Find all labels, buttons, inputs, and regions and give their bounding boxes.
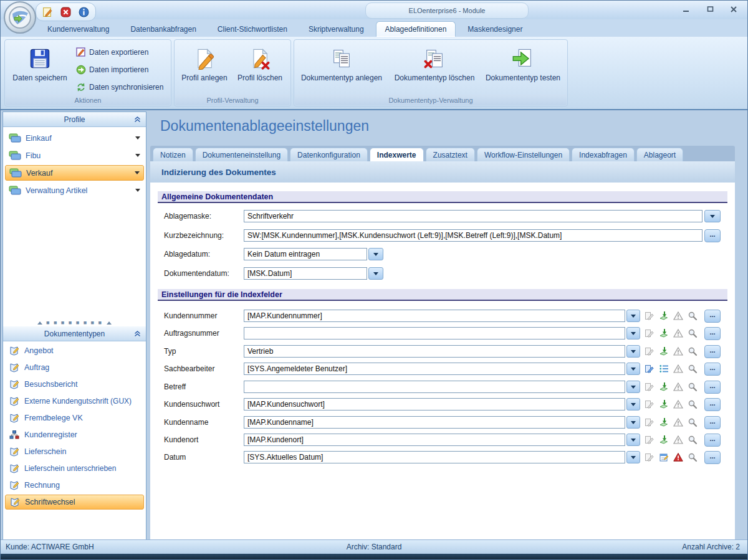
ribbon-tab-skriptverwaltung[interactable]: Skriptverwaltung bbox=[299, 21, 373, 37]
ablagedatum-input[interactable] bbox=[244, 248, 367, 260]
index-field-input-betreff[interactable] bbox=[244, 381, 625, 393]
index-more-button[interactable]: ... bbox=[704, 434, 721, 447]
tab-indexabfragen[interactable]: Indexabfragen bbox=[572, 148, 635, 161]
index-dropdown-button[interactable] bbox=[626, 327, 640, 339]
profil-loeschen-button[interactable]: Profil löschen bbox=[233, 42, 287, 83]
sidebar-item-verwaltung-artikel[interactable]: Verwaltung Artikel bbox=[5, 183, 144, 198]
apply-value-icon[interactable] bbox=[658, 381, 669, 392]
dokumentendatum-input[interactable] bbox=[244, 267, 367, 280]
index-more-button[interactable]: ... bbox=[704, 398, 721, 411]
tab-datenkonfiguration[interactable]: Datenkonfiguration bbox=[290, 148, 368, 161]
apply-value-icon[interactable] bbox=[658, 399, 669, 410]
sidebar-item-verkauf[interactable]: Verkauf bbox=[5, 165, 144, 181]
ribbon-tab-client-stichwortlisten[interactable]: Client-Stichwortlisten bbox=[208, 21, 297, 37]
calendar-icon[interactable] bbox=[658, 452, 669, 463]
index-dropdown-button[interactable] bbox=[626, 363, 640, 375]
kurzbezeichnung-input[interactable] bbox=[244, 229, 702, 242]
application-menu-button[interactable] bbox=[4, 1, 36, 34]
item-dropdown-icon[interactable] bbox=[135, 171, 140, 174]
index-more-button[interactable]: ... bbox=[704, 381, 721, 394]
index-dropdown-button[interactable] bbox=[626, 310, 640, 322]
apply-value-icon[interactable] bbox=[658, 310, 669, 321]
index-field-input-kundenname[interactable] bbox=[244, 416, 625, 429]
edit-mask-icon[interactable] bbox=[644, 363, 655, 374]
daten-speichern-button[interactable]: Daten speichern bbox=[7, 42, 72, 83]
ribbon-tab-ablagedefinitionen[interactable]: Ablagedefinitionen bbox=[376, 21, 456, 37]
search-question-icon[interactable] bbox=[687, 381, 698, 392]
profile-panel-header[interactable]: Profile bbox=[3, 112, 146, 127]
index-dropdown-button[interactable] bbox=[626, 434, 640, 446]
index-dropdown-button[interactable] bbox=[626, 398, 640, 411]
ribbon-tab-kundenverwaltung[interactable]: Kundenverwaltung bbox=[38, 21, 118, 37]
doctype-item-lieferschein-unterschrieben[interactable]: Lieferschein unterschrieben bbox=[5, 461, 144, 476]
dokumententyp-testen-button[interactable]: Dokumententyp testen bbox=[481, 42, 565, 83]
doctype-item-schriftwechsel[interactable]: Schriftwechsel bbox=[5, 495, 144, 510]
index-dropdown-button[interactable] bbox=[626, 345, 640, 358]
apply-value-icon[interactable] bbox=[658, 328, 669, 339]
dokumentendatum-dropdown-button[interactable] bbox=[368, 267, 383, 280]
list-icon[interactable] bbox=[658, 363, 669, 374]
tab-zusatztext[interactable]: Zusatztext bbox=[426, 148, 475, 161]
doctype-item-fremdbelege-vk[interactable]: Fremdbelege VK bbox=[5, 411, 144, 425]
index-more-button[interactable]: ... bbox=[704, 416, 721, 429]
index-field-input-kundenort[interactable] bbox=[244, 434, 625, 446]
close-red-icon[interactable] bbox=[60, 7, 71, 17]
info-icon[interactable] bbox=[79, 7, 89, 17]
dokumententyp-anlegen-button[interactable]: Dokumententyp anlegen bbox=[297, 42, 386, 83]
collapse-chevron-icon[interactable] bbox=[134, 330, 141, 339]
apply-value-icon[interactable] bbox=[658, 346, 669, 357]
doctype-item-lieferschein[interactable]: Lieferschein bbox=[5, 444, 144, 459]
index-more-button[interactable]: ... bbox=[704, 363, 721, 376]
panel-splitter[interactable]: ■ ■ ■ ■ ■ ■ ■ ■ bbox=[3, 320, 146, 325]
ribbon-tab-maskendesigner[interactable]: Maskendesigner bbox=[458, 21, 532, 37]
kurzbezeichnung-more-button[interactable]: ... bbox=[704, 229, 721, 242]
index-field-input-datum[interactable] bbox=[244, 451, 625, 463]
doctype-item-rechnung[interactable]: Rechnung bbox=[5, 478, 144, 493]
doctype-item-kundenregister[interactable]: Kundenregister bbox=[5, 427, 144, 442]
tab-notizen[interactable]: Notizen bbox=[153, 148, 193, 161]
index-field-input-auftragsnummer[interactable] bbox=[244, 327, 625, 339]
search-question-icon[interactable] bbox=[687, 346, 698, 357]
index-field-input-kundensuchwort[interactable] bbox=[244, 398, 625, 411]
search-question-icon[interactable] bbox=[687, 363, 698, 374]
item-dropdown-icon[interactable] bbox=[135, 189, 140, 192]
doctype-item-angebot[interactable]: Angebot bbox=[5, 343, 144, 358]
doctype-item-auftrag[interactable]: Auftrag bbox=[5, 360, 144, 375]
search-question-icon[interactable] bbox=[687, 310, 698, 321]
index-more-button[interactable]: ... bbox=[704, 310, 721, 323]
close-button[interactable] bbox=[727, 4, 740, 14]
index-more-button[interactable]: ... bbox=[704, 327, 721, 340]
tab-indexwerte[interactable]: Indexwerte bbox=[370, 148, 424, 161]
index-dropdown-button[interactable] bbox=[626, 451, 640, 463]
dokumententyp-loeschen-button[interactable]: Dokumententyp löschen bbox=[389, 42, 480, 83]
index-field-input-sachbearbeiter[interactable] bbox=[244, 363, 625, 375]
doctype-panel-header[interactable]: Dokumententypen bbox=[3, 326, 146, 341]
index-dropdown-button[interactable] bbox=[626, 381, 640, 393]
collapse-chevron-icon[interactable] bbox=[134, 116, 141, 125]
index-more-button[interactable]: ... bbox=[704, 451, 721, 464]
item-dropdown-icon[interactable] bbox=[135, 136, 140, 140]
search-question-icon[interactable] bbox=[687, 452, 698, 463]
apply-value-icon[interactable] bbox=[658, 434, 669, 445]
doctype-item-externe-kundengutschrift[interactable]: Externe Kundengutschrift (GUX) bbox=[5, 394, 144, 409]
ablagemaske-dropdown-button[interactable] bbox=[704, 210, 721, 222]
document-edit-icon[interactable] bbox=[42, 7, 53, 17]
minimize-button[interactable] bbox=[680, 4, 693, 14]
index-field-input-kundennummer[interactable] bbox=[244, 310, 625, 322]
ribbon-tab-datenbankabfragen[interactable]: Datenbankabfragen bbox=[121, 21, 205, 37]
profil-anlegen-button[interactable]: Profil anlegen bbox=[178, 42, 231, 83]
search-question-icon[interactable] bbox=[687, 399, 698, 410]
search-question-icon[interactable] bbox=[687, 434, 698, 445]
index-more-button[interactable]: ... bbox=[704, 345, 721, 358]
apply-value-icon[interactable] bbox=[658, 417, 669, 428]
index-dropdown-button[interactable] bbox=[626, 416, 640, 429]
doctype-item-besuchsbericht[interactable]: Besuchsbericht bbox=[5, 377, 144, 392]
search-question-icon[interactable] bbox=[687, 417, 698, 428]
daten-synchronisieren-button[interactable]: Daten synchronisieren bbox=[76, 82, 163, 92]
index-field-input-typ[interactable] bbox=[244, 345, 625, 358]
ablagemaske-input[interactable] bbox=[244, 210, 702, 222]
sidebar-item-einkauf[interactable]: Einkauf bbox=[5, 130, 144, 146]
sidebar-item-fibu[interactable]: Fibu bbox=[5, 148, 144, 163]
maximize-button[interactable] bbox=[704, 4, 716, 14]
ablagedatum-dropdown-button[interactable] bbox=[368, 248, 383, 260]
